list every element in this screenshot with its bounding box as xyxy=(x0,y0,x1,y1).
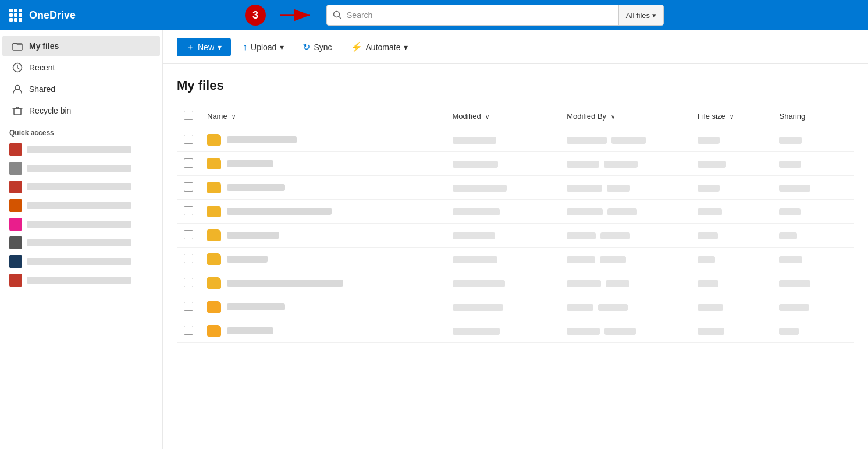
upload-button[interactable]: ↑ Upload ▾ xyxy=(236,38,291,56)
row-name-cell xyxy=(200,271,446,295)
qa-item-label xyxy=(27,202,131,209)
table-row[interactable] xyxy=(177,152,854,176)
modifier-name-part2 xyxy=(604,161,638,168)
row-modified-cell xyxy=(446,319,560,343)
qa-item-label xyxy=(27,239,131,246)
sharing-status xyxy=(779,185,810,192)
row-checkbox-cell[interactable] xyxy=(177,224,200,248)
th-checkbox[interactable] xyxy=(177,105,200,128)
th-name[interactable]: Name ∨ xyxy=(200,105,446,128)
sidebar-item-label: Recycle bin xyxy=(29,106,71,115)
folder-icon xyxy=(207,277,221,289)
sharing-status xyxy=(779,328,799,335)
table-row[interactable] xyxy=(177,128,854,152)
row-checkbox[interactable] xyxy=(184,326,193,335)
row-checkbox[interactable] xyxy=(184,135,193,144)
th-filesize[interactable]: File size ∨ xyxy=(691,105,773,128)
modified-date xyxy=(453,232,495,239)
row-checkbox-cell[interactable] xyxy=(177,152,200,176)
row-filesize-cell xyxy=(691,152,773,176)
file-size xyxy=(698,256,715,263)
row-checkbox[interactable] xyxy=(184,230,193,239)
table-row[interactable] xyxy=(177,319,854,343)
search-bar[interactable]: Search All files ▾ xyxy=(326,5,664,26)
row-checkbox[interactable] xyxy=(184,278,193,287)
chevron-down-icon: ▾ xyxy=(280,43,284,52)
row-modified-cell xyxy=(446,248,560,271)
qa-color-icon xyxy=(9,274,22,287)
modifier-name-part1 xyxy=(567,280,601,287)
sharing-status xyxy=(779,304,809,311)
sidebar-item-label: Shared xyxy=(29,84,55,94)
table-row[interactable] xyxy=(177,248,854,271)
row-checkbox-cell[interactable] xyxy=(177,248,200,271)
table-row[interactable] xyxy=(177,200,854,224)
quick-access-item[interactable] xyxy=(0,178,162,196)
th-modifiedby[interactable]: Modified By ∨ xyxy=(560,105,691,128)
th-modified[interactable]: Modified ∨ xyxy=(446,105,560,128)
sharing-status xyxy=(779,161,801,168)
row-filesize-cell xyxy=(691,271,773,295)
modifier-name-part2 xyxy=(600,256,626,263)
row-checkbox-cell[interactable] xyxy=(177,200,200,224)
quick-access-item[interactable] xyxy=(0,140,162,159)
row-checkbox-cell[interactable] xyxy=(177,319,200,343)
waffle-icon[interactable] xyxy=(9,9,22,22)
row-modifiedby-cell xyxy=(560,224,691,248)
quick-access-item[interactable] xyxy=(0,271,162,289)
quick-access-item[interactable] xyxy=(0,234,162,252)
quick-access-item[interactable] xyxy=(0,196,162,215)
row-modifiedby-cell xyxy=(560,295,691,319)
file-name xyxy=(227,327,273,334)
row-checkbox-cell[interactable] xyxy=(177,128,200,152)
row-checkbox-cell[interactable] xyxy=(177,271,200,295)
sync-button[interactable]: ↻ Sync xyxy=(296,37,339,56)
sharing-status xyxy=(779,232,797,239)
sidebar-item-shared[interactable]: Shared xyxy=(2,79,160,100)
row-sharing-cell xyxy=(772,224,854,248)
row-name-cell xyxy=(200,128,446,152)
quick-access-item[interactable] xyxy=(0,252,162,271)
automate-button[interactable]: ⚡ Automate ▾ xyxy=(344,37,415,56)
row-checkbox-cell[interactable] xyxy=(177,295,200,319)
quick-access-item[interactable] xyxy=(0,159,162,178)
folder-icon xyxy=(207,301,221,313)
chevron-down-icon: ▾ xyxy=(652,11,656,20)
chevron-down-icon: ▾ xyxy=(404,43,408,52)
sidebar-item-recycle[interactable]: Recycle bin xyxy=(2,100,160,121)
table-row[interactable] xyxy=(177,271,854,295)
folder-icon xyxy=(12,40,23,52)
table-row[interactable] xyxy=(177,224,854,248)
sidebar: My files Recent Shared Recycle bin Quick… xyxy=(0,30,163,449)
row-checkbox[interactable] xyxy=(184,254,193,263)
file-name xyxy=(227,160,273,167)
row-checkbox[interactable] xyxy=(184,182,193,192)
row-checkbox[interactable] xyxy=(184,206,193,215)
sync-icon: ↻ xyxy=(303,41,310,52)
table-row[interactable] xyxy=(177,176,854,200)
qa-color-icon xyxy=(9,143,22,156)
row-sharing-cell xyxy=(772,152,854,176)
row-checkbox[interactable] xyxy=(184,158,193,168)
table-row[interactable] xyxy=(177,295,854,319)
modified-date xyxy=(453,185,507,192)
search-placeholder: Search xyxy=(347,10,613,20)
file-table: Name ∨ Modified ∨ Modified By ∨ File s xyxy=(177,105,854,343)
th-modified-label: Modified xyxy=(453,112,481,121)
qa-color-icon xyxy=(9,181,22,193)
quick-access-item[interactable] xyxy=(0,215,162,234)
row-name-cell xyxy=(200,319,446,343)
modifier-name-part2 xyxy=(604,328,636,335)
modifier-name-part1 xyxy=(567,208,603,215)
row-checkbox-cell[interactable] xyxy=(177,176,200,200)
modifier-name-part1 xyxy=(567,137,607,144)
search-filter-button[interactable]: All files ▾ xyxy=(618,5,663,25)
modifier-name-part2 xyxy=(600,232,630,239)
row-checkbox[interactable] xyxy=(184,302,193,311)
row-name-cell xyxy=(200,200,446,224)
app-logo: OneDrive xyxy=(9,9,76,22)
select-all-checkbox[interactable] xyxy=(184,111,193,120)
sidebar-item-my-files[interactable]: My files xyxy=(2,36,160,56)
new-button[interactable]: ＋ New ▾ xyxy=(177,38,231,56)
sidebar-item-recent[interactable]: Recent xyxy=(2,57,160,78)
